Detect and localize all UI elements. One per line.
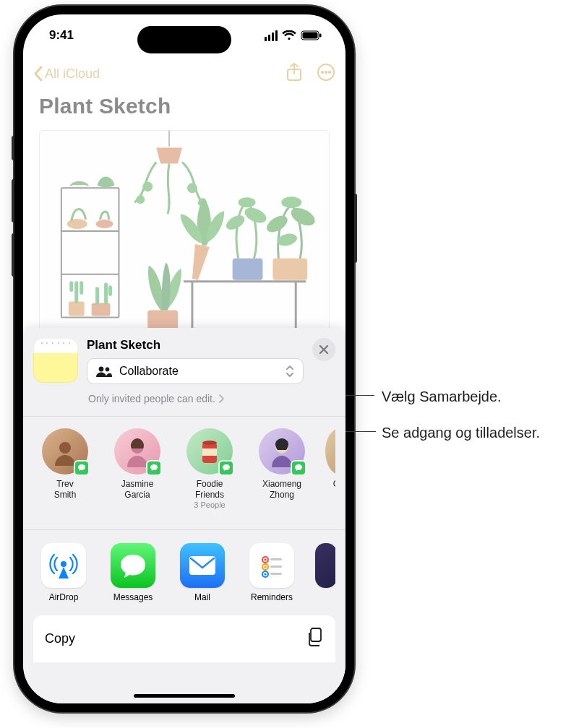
status-time: 9:41: [49, 28, 74, 43]
apps-row: AirDrop Messages Mail: [33, 530, 335, 615]
callouts: Vælg Samarbejde. Se adgang og tilladelse…: [361, 0, 571, 728]
svg-point-8: [67, 219, 87, 229]
app-airdrop[interactable]: AirDrop: [38, 543, 90, 602]
messages-badge-icon: [146, 460, 162, 476]
svg-point-37: [264, 558, 266, 560]
svg-point-41: [264, 573, 266, 575]
svg-point-17: [224, 212, 247, 233]
phone-side-button: [12, 233, 14, 277]
svg-point-39: [264, 566, 266, 568]
callout-text: Se adgang og tilladelser.: [382, 423, 570, 443]
mail-icon: [180, 543, 225, 588]
notes-app-icon: [33, 338, 78, 383]
copy-icon: [306, 627, 324, 651]
sheet-title: Plant Sketch: [87, 338, 304, 352]
svg-rect-35: [189, 556, 215, 575]
cellular-icon: [265, 30, 278, 41]
phone-side-button: [354, 194, 357, 263]
contact-item[interactable]: JasmineGarcia: [108, 428, 166, 509]
back-button[interactable]: All iCloud: [33, 66, 100, 82]
svg-rect-20: [272, 259, 307, 280]
battery-icon: [301, 30, 322, 40]
collaborate-label: Collaborate: [119, 365, 179, 378]
contact-item[interactable]: C: [325, 428, 335, 509]
home-indicator[interactable]: [134, 694, 235, 698]
avatar: [42, 428, 88, 474]
contact-item[interactable]: Foodie Friends 3 People: [181, 428, 239, 509]
app-reminders[interactable]: Reminders: [246, 543, 298, 602]
share-icon[interactable]: [286, 63, 302, 84]
svg-point-26: [99, 367, 104, 372]
sketch-image: [39, 130, 330, 344]
back-label: All iCloud: [45, 66, 100, 82]
more-icon[interactable]: [317, 63, 335, 84]
svg-point-32: [202, 441, 217, 445]
contact-item[interactable]: XiaomengZhong: [253, 428, 311, 509]
messages-badge-icon: [218, 460, 234, 476]
svg-rect-43: [270, 566, 282, 568]
phone-side-button: [12, 136, 14, 160]
avatar: [259, 428, 305, 474]
svg-point-5: [321, 71, 323, 73]
app-icon: [315, 543, 335, 588]
svg-point-27: [106, 368, 110, 372]
svg-point-28: [59, 442, 71, 454]
airdrop-icon: [41, 543, 86, 588]
nav-bar: All iCloud: [23, 56, 345, 91]
svg-rect-10: [69, 302, 85, 316]
svg-point-13: [136, 195, 145, 204]
wifi-icon: [282, 30, 296, 40]
iphone-frame: 9:41 All iCloud: [14, 6, 354, 712]
avatar: [325, 428, 335, 474]
app-messages[interactable]: Messages: [107, 543, 159, 602]
contacts-row: TrevSmith JasmineGarcia: [33, 417, 335, 519]
app-item[interactable]: [315, 543, 332, 602]
collaborate-dropdown[interactable]: Collaborate: [87, 358, 304, 384]
svg-point-23: [281, 196, 301, 208]
phone-side-button: [12, 179, 14, 222]
note-title: Plant Sketch: [39, 94, 171, 118]
svg-point-19: [239, 197, 256, 207]
chevron-updown-icon: [286, 365, 294, 378]
svg-rect-44: [270, 573, 282, 575]
messages-badge-icon: [291, 460, 306, 476]
share-sheet: Plant Sketch Collaborate: [23, 328, 345, 703]
messages-badge-icon: [74, 460, 90, 476]
avatar: [186, 428, 233, 474]
svg-point-21: [264, 212, 290, 235]
svg-rect-2: [319, 34, 322, 38]
svg-rect-16: [233, 259, 263, 280]
screen: 9:41 All iCloud: [23, 14, 345, 703]
svg-point-6: [325, 71, 327, 73]
permissions-link[interactable]: Only invited people can edit.: [88, 393, 335, 404]
callout-text: Vælg Samarbejde.: [382, 387, 570, 407]
close-button[interactable]: [312, 338, 335, 361]
reminders-icon: [249, 543, 294, 588]
svg-point-14: [187, 183, 197, 193]
svg-rect-42: [270, 558, 282, 560]
messages-icon: [111, 543, 155, 588]
app-mail[interactable]: Mail: [176, 543, 228, 602]
copy-action[interactable]: Copy: [33, 615, 335, 662]
svg-point-34: [61, 561, 66, 567]
avatar: [114, 428, 160, 474]
svg-rect-1: [303, 32, 318, 39]
chevron-right-icon: [218, 394, 224, 403]
svg-rect-11: [92, 303, 111, 316]
svg-point-12: [142, 181, 153, 191]
svg-point-9: [96, 220, 113, 228]
svg-rect-31: [202, 448, 217, 456]
svg-point-7: [328, 71, 330, 73]
people-icon: [96, 365, 112, 377]
contact-item[interactable]: TrevSmith: [36, 428, 94, 509]
svg-rect-45: [311, 628, 321, 641]
dynamic-island: [137, 26, 231, 53]
